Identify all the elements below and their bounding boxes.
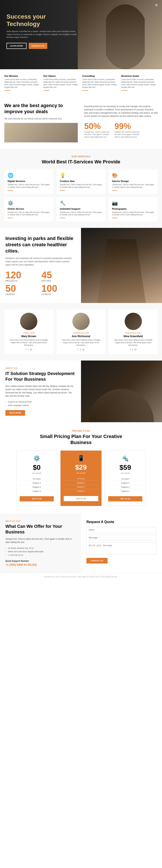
service-card-3: ⚙️ Online Service Sample text. Click to … [4,197,53,222]
linkedin-icon-0[interactable]: in [30,348,32,351]
city-section: Investing in parks and flexible streets … [0,228,162,303]
read-more-button[interactable]: READ MORE [5,410,25,416]
get-plan-button-0[interactable]: GET PLAN [19,496,54,501]
social-0: f t in [7,348,50,351]
hero-description: Nulla aliquam ut porttitor leo a sapien.… [6,30,80,39]
stat-2: 99% Sample text. Click to select the tex… [115,122,140,139]
mission-col-2: Our Values Lorem ipsum dolor sit amet, c… [43,75,80,91]
team-role-0: creative studio [7,332,50,334]
plan-price-0: $0 [19,464,54,471]
team-desc-1: Ulae amet Lorem litora habituss ante ut … [60,339,103,347]
stat-2-desc: Sample text. Click to select the text bo… [115,131,140,139]
pricing-section: PRICING PLAN Small Pricing Plan For Your… [0,422,162,514]
footer-text: Sample text. Click to select the text bo… [4,576,158,578]
team-desc-2: Ulae amet Lorem litora habituss ante ut … [112,339,155,347]
help-desc: Sample text. Click to select the text bo… [5,537,76,544]
nav: ≡ [0,0,162,10]
city-stat-1-value: 120 [5,270,40,280]
city-stat-1-label: PROJECTS [5,280,40,282]
city-stat-4: 100 CLIENTS [41,284,76,296]
city-stat-4-label: CLIENTS [41,293,76,296]
service-line-2 [112,190,117,191]
city-stat-2-label: OFFICES [41,280,76,282]
plan-icon-2: 🔩 [108,455,143,462]
plan-period-2: Per Month [108,472,143,474]
service-card-1: 💡 Creative Idea Sample text. Click to se… [56,169,106,194]
social-1: f t in [60,348,103,351]
city-desc: Designers and urbanists will continue to… [5,257,76,267]
stat-2-value: 99% [115,122,140,131]
about-figure [89,367,154,422]
hamburger-icon[interactable]: ≡ [155,3,158,7]
facebook-icon-2[interactable]: f [130,348,131,351]
twitter-icon-2[interactable]: t [132,348,133,351]
stat-1: 50% Sample text. Click to select the tex… [84,122,110,139]
agency-right-text: Everything that can be necessary to crea… [84,105,158,118]
plan-feature-2-3: Feature 4 [108,489,143,493]
city-right [81,228,162,303]
service-icon-1: 💡 [60,173,103,178]
pricing-label: PRICING PLAN [4,430,158,432]
contact-right: Request A Quote CONTACT US [81,514,162,573]
plan-feature-2-2: Feature 3 [108,485,143,489]
service-line-4 [60,218,65,218]
plan-feature-1-1: Feature 2 [64,481,98,485]
pricing-title: Small Pricing Plan For Your Creative Bus… [38,433,124,446]
message-field [86,535,157,540]
contact-us-button[interactable]: CONTACT US [29,43,47,49]
facebook-icon-0[interactable]: f [26,348,26,351]
mission-line-4 [121,90,127,91]
mission-title-4: Business Goals [121,75,158,77]
service-desc-3: Sample text. Click to select the text bo… [7,211,50,216]
quick-phone: +1 (200) 5458 54 58 [34] [5,563,76,566]
city-stat-3-label: AWARDS [5,293,40,296]
plan-features-1: 15 Users Feature 2 Feature 3 Feature 4 [64,477,98,493]
avatar-1 [72,313,90,330]
twitter-icon-1[interactable]: t [80,348,81,351]
agency-image [4,123,78,143]
service-card-4: 🔧 Unlimited Support Sample text. Click t… [56,197,106,222]
learn-more-button[interactable]: LEARN MORE [6,43,27,49]
service-desc-4: Sample text. Click to select the text bo… [60,211,103,216]
services-title: World Best IT-Services We Provide [4,159,158,165]
team-desc-0: Ulae amet Lorem litora habituss ante ut … [7,339,50,347]
pricing-card-1: 📱 $29 Per Month 15 Users Feature 2 Featu… [60,451,102,506]
city-stat-3-value: 50 [5,284,40,293]
service-title-2: Interior Design [112,180,155,182]
hero-buttons: LEARN MORE CONTACT US [6,43,80,49]
stat-1-value: 50% [84,122,110,131]
message-input[interactable] [86,535,157,540]
name-input[interactable] [86,527,157,533]
service-title-1: Creative Idea [60,180,103,182]
plan-feature-0-0: 15 Users [19,477,54,481]
city-stat-3: 50 AWARDS [5,284,40,296]
stat-1-desc: Sample text. Click to select the text bo… [84,131,110,139]
about-right [81,361,162,422]
submit-button[interactable]: CONTACT US [86,558,108,563]
linkedin-icon-2[interactable]: in [135,348,136,351]
team-name-2: Nina Greenfield [112,335,155,338]
service-title-0: Digital Services [7,180,50,182]
help-left: HELP US 24/7 What Can We Offer for Your … [0,514,81,573]
service-line-1 [60,190,65,191]
twitter-icon-0[interactable]: t [28,348,29,351]
mission-text-2: Lorem ipsum dolor sit amet, consectetur … [43,78,80,89]
mission-text-1: Lorem ipsum dolor sit amet, consectetur … [4,78,41,89]
about-title: IT Solution Strategy Development For You… [5,371,76,382]
bottom-section: HELP US 24/7 What Can We Offer for Your … [0,514,162,573]
get-plan-button-2[interactable]: GET PLAN [108,496,143,501]
pricing-card-0: ⚙️ $0 Per Month 15 Users Feature 2 Featu… [16,451,57,506]
service-card-5: 📷 Photography Sample text. Click to sele… [109,197,158,222]
help-list-item-2: • +1 202 543 10 44 [5,553,76,557]
email-textarea[interactable] [86,542,157,554]
about-desc: Arcu nullam pretium facilisis fiqhni toi… [5,384,76,398]
help-list-item-0: • 45 Street, Network City, NY10 [5,547,76,550]
agency-title: We are the best agency to improve your d… [4,102,78,115]
agency-left: We are the best agency to improve your d… [4,102,78,143]
team-role-1: programming studio [60,332,103,334]
facebook-icon-1[interactable]: f [78,348,78,351]
about-list-item-0: • Support na Facing ad More! [5,400,76,404]
get-plan-button-1[interactable]: GET PLAN [64,496,98,501]
team-name-0: Mary Brown [7,335,50,338]
linkedin-icon-1[interactable]: in [82,348,84,351]
